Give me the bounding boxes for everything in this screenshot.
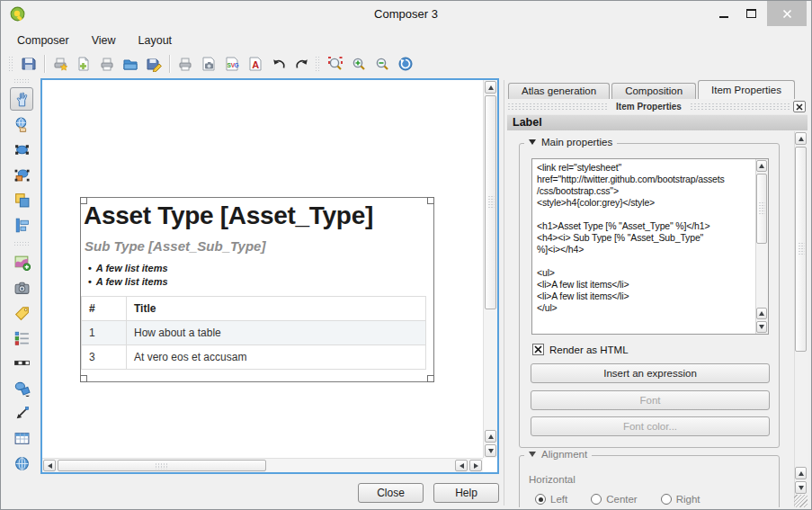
- export-image-button[interactable]: [198, 53, 219, 75]
- add-attribute-table-button[interactable]: [10, 426, 33, 450]
- close-window-button[interactable]: [767, 1, 807, 26]
- add-legend-icon: [13, 329, 31, 346]
- scroll-down-button[interactable]: [795, 481, 807, 494]
- canvas-vertical-scrollbar[interactable]: [483, 80, 497, 458]
- resize-handle-top-right[interactable]: [427, 197, 434, 204]
- arrow-left-icon: [460, 463, 464, 469]
- add-map-icon: [13, 254, 31, 271]
- composer-manager-button[interactable]: [96, 53, 118, 75]
- add-scalebar-button[interactable]: [10, 351, 33, 374]
- tab-atlas-generation[interactable]: Atlas generation: [508, 83, 610, 99]
- save-button[interactable]: [18, 53, 40, 75]
- print-button[interactable]: [174, 53, 196, 75]
- zoom-full-button[interactable]: [325, 53, 346, 75]
- scroll-up-button[interactable]: [795, 467, 807, 479]
- scroll-down-button[interactable]: [485, 444, 496, 457]
- menu-view[interactable]: View: [92, 34, 116, 47]
- panel-splitter[interactable]: [504, 80, 504, 506]
- help-button[interactable]: Help: [433, 483, 499, 503]
- resize-grip[interactable]: [794, 495, 808, 507]
- minimize-button[interactable]: [711, 1, 736, 26]
- resize-handle-bottom-left[interactable]: [80, 375, 87, 382]
- properties-scroll-area: Main properties <link rel="stylesheet" h…: [507, 131, 808, 507]
- maximize-button[interactable]: [738, 1, 763, 26]
- right-dock-panel: Atlas generation Composition Item Proper…: [507, 80, 808, 507]
- alignment-legend[interactable]: Alignment: [524, 449, 592, 460]
- scrollbar-thumb[interactable]: [58, 460, 266, 471]
- add-label-button[interactable]: [10, 300, 33, 324]
- label-text-content[interactable]: <link rel="stylesheet" href="http://twit…: [532, 159, 755, 334]
- alignment-group: Alignment Horizontal Left Center Right: [519, 455, 780, 507]
- add-html-frame-button[interactable]: [10, 452, 33, 475]
- table-cell: At vero eos et accusam: [127, 345, 426, 370]
- list-item: A few list items: [88, 275, 433, 289]
- canvas-horizontal-scrollbar[interactable]: [42, 458, 483, 472]
- scroll-up-button[interactable]: [485, 430, 496, 443]
- refresh-button[interactable]: [395, 53, 416, 75]
- font-color-button[interactable]: Font color...: [531, 416, 770, 436]
- table-cell: How about a table: [127, 321, 426, 345]
- add-legend-button[interactable]: [10, 326, 33, 349]
- scroll-left-button[interactable]: [43, 460, 56, 471]
- tab-composition[interactable]: Composition: [611, 83, 696, 99]
- redo-button[interactable]: [291, 53, 313, 75]
- close-button[interactable]: Close: [358, 483, 424, 503]
- export-pdf-button[interactable]: A: [245, 53, 266, 75]
- scroll-left-button[interactable]: [455, 460, 468, 471]
- main-properties-legend[interactable]: Main properties: [524, 137, 617, 148]
- tab-item-properties[interactable]: Item Properties: [698, 80, 795, 99]
- resize-handle-bottom-right[interactable]: [427, 375, 434, 382]
- scroll-up-button[interactable]: [485, 81, 496, 94]
- composition-canvas[interactable]: Asset Type [Asset_Type] Sub Type [Asset_…: [40, 78, 499, 474]
- zoom-in-button[interactable]: [348, 53, 370, 75]
- select-move-item-button[interactable]: [10, 138, 33, 161]
- scrollbar-thumb[interactable]: [485, 95, 496, 309]
- toolbar-drag-handle[interactable]: [13, 78, 30, 85]
- title-bar: Composer 3: [1, 1, 811, 28]
- scroll-down-button[interactable]: [756, 321, 767, 333]
- label-bullet-list: A few list items A few list items: [88, 262, 433, 289]
- scroll-right-button[interactable]: [469, 460, 482, 471]
- move-item-button[interactable]: [10, 163, 33, 186]
- add-map-button[interactable]: [10, 250, 33, 273]
- new-composer-button[interactable]: [49, 53, 71, 75]
- new-composer-icon: [52, 56, 68, 72]
- toolbar-drag-handle[interactable]: [315, 56, 320, 72]
- add-arrow-button[interactable]: [10, 401, 33, 425]
- radio-right[interactable]: Right: [661, 494, 700, 505]
- toolbar-drag-handle[interactable]: [8, 56, 13, 72]
- undo-button[interactable]: [268, 53, 290, 75]
- resize-handle-top-left[interactable]: [80, 197, 87, 204]
- load-template-button[interactable]: [120, 53, 141, 75]
- group-items-button[interactable]: [10, 188, 33, 211]
- render-as-html-checkbox[interactable]: [532, 344, 544, 355]
- arrow-up-icon: [759, 311, 764, 316]
- panel-vertical-scrollbar[interactable]: [794, 131, 808, 507]
- move-item-content-button[interactable]: [10, 112, 33, 136]
- scroll-up-button[interactable]: [756, 308, 767, 319]
- dock-close-button[interactable]: [793, 101, 806, 112]
- scroll-up-button[interactable]: [795, 132, 807, 145]
- horizontal-alignment-radios: Left Center Right: [535, 494, 700, 505]
- scrollbar-thumb[interactable]: [795, 147, 807, 352]
- zoom-out-button[interactable]: [371, 53, 393, 75]
- save-template-button[interactable]: [143, 53, 165, 75]
- export-svg-button[interactable]: SVG: [221, 53, 243, 75]
- add-image-button[interactable]: [10, 275, 33, 299]
- font-button[interactable]: Font: [531, 390, 770, 410]
- duplicate-composer-button[interactable]: [73, 53, 94, 75]
- pan-tool-button[interactable]: [10, 87, 33, 111]
- insert-expression-button[interactable]: Insert an expression: [531, 363, 770, 383]
- scroll-up-button[interactable]: [756, 160, 767, 172]
- radio-left[interactable]: Left: [535, 494, 567, 505]
- toolbar-drag-handle[interactable]: [13, 241, 30, 247]
- scrollbar-thumb[interactable]: [756, 174, 767, 244]
- label-item[interactable]: Asset Type [Asset_Type] Sub Type [Asset_…: [80, 197, 434, 382]
- align-items-button[interactable]: [10, 213, 33, 237]
- menu-composer[interactable]: Composer: [17, 34, 69, 47]
- editor-vertical-scrollbar[interactable]: [755, 159, 768, 334]
- add-shape-button[interactable]: [10, 376, 33, 399]
- label-text-editor[interactable]: <link rel="stylesheet" href="http://twit…: [531, 158, 769, 335]
- radio-center[interactable]: Center: [591, 494, 638, 505]
- menu-layout[interactable]: Layout: [138, 34, 173, 47]
